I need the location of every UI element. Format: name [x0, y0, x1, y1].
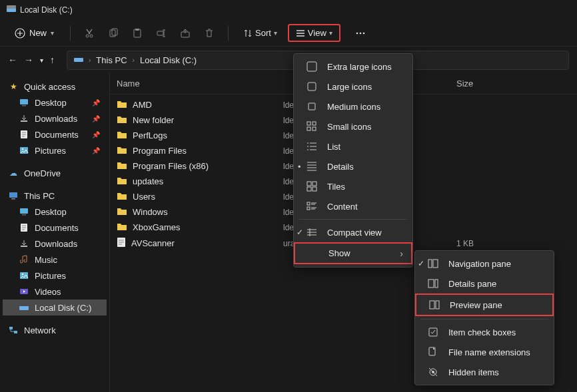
pane-icon — [427, 278, 439, 289]
sidebar-item-label: Desktop — [35, 207, 67, 217]
menu-item-extra-large-icons[interactable]: Extra large icons — [294, 57, 412, 77]
menu-item-hidden-items[interactable]: Hidden items — [415, 362, 554, 382]
menu-item-content[interactable]: Content — [294, 196, 412, 216]
file-name: AMD — [133, 100, 152, 110]
chevron-down-icon: ▾ — [274, 29, 277, 37]
separator — [228, 26, 229, 41]
recent-dropdown[interactable]: ▾ — [40, 57, 43, 64]
pc-icon — [8, 190, 19, 201]
up-button[interactable]: ↑ — [50, 55, 55, 65]
separator — [70, 26, 71, 41]
folder-icon — [117, 145, 127, 156]
sidebar-onedrive[interactable]: ☁ OneDrive — [3, 165, 107, 181]
menu-item-item-check-boxes[interactable]: Item check boxes — [415, 322, 554, 342]
file-name: updates — [133, 176, 163, 186]
svg-rect-34 — [307, 62, 316, 71]
sidebar-item-label: Documents — [35, 130, 79, 140]
pictures-icon — [19, 145, 29, 156]
share-icon[interactable] — [176, 24, 195, 43]
breadcrumb-item[interactable]: Local Disk (C:) — [140, 55, 197, 65]
sidebar-label: OneDrive — [24, 168, 61, 178]
chevron-right-icon: › — [89, 57, 91, 64]
file-name: XboxGames — [133, 222, 181, 232]
folder-icon — [19, 206, 29, 217]
svg-rect-41 — [307, 182, 311, 186]
sm-icon — [306, 121, 318, 132]
pin-icon: 📌 — [92, 147, 100, 154]
menu-item-tiles[interactable]: Tiles — [294, 176, 412, 196]
menu-item-large-icons[interactable]: Large icons — [294, 77, 412, 97]
menu-item-file-name-extensions[interactable]: File name extensions — [415, 342, 554, 362]
sidebar-item-label: Desktop — [35, 98, 67, 108]
delete-icon[interactable] — [200, 24, 219, 43]
menu-item-label: Medium icons — [327, 102, 380, 112]
menu-separator — [299, 219, 407, 220]
folder-icon — [19, 254, 29, 265]
copy-icon[interactable] — [104, 24, 123, 43]
menu-item-medium-icons[interactable]: Medium icons — [294, 97, 412, 116]
menu-item-list[interactable]: List — [294, 136, 412, 156]
menu-item-preview-pane[interactable]: Preview pane — [415, 294, 554, 316]
paste-icon[interactable] — [128, 24, 147, 43]
svg-point-12 — [360, 32, 362, 34]
menu-item-label: Preview pane — [450, 300, 502, 310]
new-button[interactable]: New ▾ — [8, 25, 61, 41]
file-name: New folder — [133, 115, 174, 125]
menu-item-details-pane[interactable]: Details pane — [415, 274, 554, 294]
sidebar-item-desktop[interactable]: Desktop — [3, 204, 107, 220]
sidebar-item-documents[interactable]: Documents — [3, 220, 107, 236]
pane-icon — [428, 299, 440, 310]
column-name[interactable]: Name — [110, 79, 283, 89]
sidebar-item-videos[interactable]: Videos — [3, 284, 107, 299]
sidebar-network[interactable]: Network — [3, 322, 107, 338]
svg-rect-30 — [19, 306, 29, 310]
menu-item-show[interactable]: Show — [294, 242, 412, 264]
svg-rect-47 — [428, 260, 432, 268]
details-icon — [306, 161, 318, 172]
file-size: 1 KB — [456, 239, 474, 248]
back-button[interactable]: ← — [8, 55, 17, 65]
menu-item-details[interactable]: Details — [294, 156, 412, 176]
nav-arrows: ← → ▾ ↑ — [8, 55, 55, 65]
sidebar-item-desktop[interactable]: Desktop📌 — [3, 95, 107, 110]
svg-rect-24 — [22, 214, 26, 216]
menu-item-label: Navigation pane — [448, 259, 511, 269]
sidebar-item-downloads[interactable]: Downloads — [3, 236, 107, 252]
rename-icon[interactable] — [152, 24, 171, 43]
more-icon[interactable] — [351, 24, 370, 43]
tiles-icon — [306, 181, 318, 192]
menu-item-label: Details pane — [448, 279, 496, 289]
sidebar-item-pictures[interactable]: Pictures — [3, 268, 107, 284]
cut-icon[interactable] — [80, 24, 99, 43]
sidebar-quick-access[interactable]: ★ Quick access — [3, 79, 107, 95]
file-name: PerfLogs — [133, 130, 167, 140]
file-name: Program Files (x86) — [133, 161, 209, 171]
view-button[interactable]: View ▾ — [288, 24, 340, 42]
sidebar-item-pictures[interactable]: Pictures📌 — [3, 142, 107, 158]
pane-icon — [427, 367, 439, 377]
forward-button[interactable]: → — [24, 55, 33, 65]
sidebar-item-downloads[interactable]: Downloads📌 — [3, 110, 107, 126]
sidebar-item-documents[interactable]: Documents📌 — [3, 126, 107, 142]
sidebar-this-pc[interactable]: This PC — [3, 188, 107, 204]
sort-button[interactable]: Sort ▾ — [238, 25, 283, 41]
sidebar-item-music[interactable]: Music — [3, 252, 107, 268]
svg-rect-37 — [307, 122, 310, 125]
svg-point-28 — [22, 274, 23, 275]
column-size[interactable]: Size — [456, 79, 577, 89]
menu-item-small-icons[interactable]: Small icons — [294, 116, 412, 136]
compact-icon — [306, 227, 318, 238]
list-icon — [306, 141, 318, 152]
drive-icon — [74, 55, 83, 65]
breadcrumb-item[interactable]: This PC — [96, 55, 127, 65]
menu-item-compact-view[interactable]: ✓Compact view — [294, 222, 412, 242]
drive-icon — [7, 5, 16, 15]
folder-icon — [117, 130, 127, 141]
svg-rect-22 — [11, 198, 15, 200]
svg-rect-39 — [307, 127, 310, 130]
svg-rect-45 — [307, 202, 310, 205]
menu-item-navigation-pane[interactable]: ✓Navigation pane — [415, 254, 554, 274]
sidebar-item-local-disk-c-[interactable]: Local Disk (C:) — [3, 299, 107, 315]
sidebar-item-label: Pictures — [35, 146, 66, 156]
menu-item-label: Hidden items — [448, 367, 499, 377]
